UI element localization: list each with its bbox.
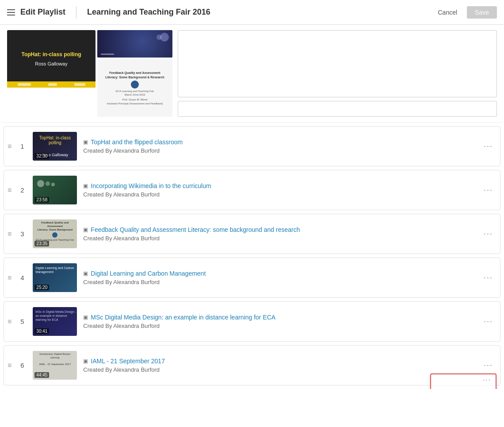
- video-type-icon-3: ▣: [83, 227, 88, 233]
- playlist-item: ≡ 2 23:58 ▣ Incorporating Wikimedia in t…: [4, 170, 500, 210]
- drag-handle-4[interactable]: ≡: [8, 274, 11, 282]
- drag-handle-3[interactable]: ≡: [8, 230, 11, 238]
- item-thumbnail-6: Introductory Digital Illusion tutoringIA…: [33, 351, 77, 380]
- preview-thumb-stack: Feedback Quality and AssessmentLiteracy:…: [97, 30, 172, 117]
- item-title-row-3: ▣ Feedback Quality and Assessment Litera…: [83, 226, 480, 233]
- item-more-button-3[interactable]: ···: [480, 227, 496, 240]
- item-more-button-5[interactable]: ···: [480, 315, 496, 328]
- playlist-item: ≡ 1 TopHat: in-class pollingRoss Gallowa…: [4, 126, 500, 166]
- item-title-link-4[interactable]: Digital Learning and Carbon Management: [91, 270, 206, 277]
- item-thumbnail-2: 23:58: [33, 176, 77, 204]
- item-duration-2: 23:58: [34, 197, 49, 203]
- playlist-item: ≡ 5 MSc in Digital Media Design -an exam…: [4, 301, 500, 342]
- item-number-2: 2: [17, 186, 27, 194]
- playlist-item: ≡ 3 Feedback Quality and AssessmentLiter…: [4, 214, 500, 254]
- context-menu: ··· Move to Bottom Move to Top Remove: [430, 373, 496, 389]
- save-button[interactable]: Save: [467, 6, 497, 19]
- thumb-ross-text: Ross Galloway: [35, 61, 67, 66]
- item-title-row-1: ▣ TopHat and the flipped classroom: [83, 138, 480, 146]
- item-duration-6: 44:45: [34, 372, 49, 378]
- item-thumbnail-5: MSc in Digital Media Design -an example …: [33, 307, 77, 336]
- item-info-3: ▣ Feedback Quality and Assessment Litera…: [83, 226, 480, 242]
- item-creator-3: Created By Alexandra Burford: [83, 235, 480, 242]
- item-thumbnail-3: Feedback Quality and AssessmentLiteracy:…: [33, 219, 77, 248]
- edit-playlist-title: Edit Playlist: [20, 8, 65, 17]
- item-title-row-6: ▣ IAML - 21 September 2017: [83, 358, 480, 365]
- playlist-name: Learning and Teaching Fair 2016: [87, 8, 210, 17]
- item-creator-2: Created By Alexandra Burford: [83, 191, 480, 198]
- title-input[interactable]: [178, 101, 497, 117]
- item-info-4: ▣ Digital Learning and Carbon Management…: [83, 270, 480, 285]
- item-more-button-4[interactable]: ···: [480, 271, 496, 284]
- item-creator-5: Created By Alexandra Burford: [83, 323, 480, 329]
- item-title-row-2: ▣ Incorporating Wikimedia in to the curr…: [83, 182, 480, 189]
- item-title-link-3[interactable]: Feedback Quality and Assessment Literacy…: [91, 226, 300, 233]
- item-duration-4: 25:20: [34, 285, 49, 290]
- video-type-icon-5: ▣: [83, 314, 88, 320]
- header-left: Edit Playlist Learning and Teaching Fair…: [7, 6, 210, 19]
- item-number-1: 1: [17, 142, 27, 150]
- item-duration-5: 30:41: [34, 328, 49, 334]
- item-creator-1: Created By Alexandra Burford: [83, 147, 480, 154]
- item-number-3: 3: [17, 230, 27, 238]
- item-duration-3: 23:35: [34, 241, 49, 246]
- playlist-list: ≡ 1 TopHat: in-class pollingRoss Gallowa…: [0, 126, 504, 385]
- item-info-1: ▣ TopHat and the flipped classroom Creat…: [83, 138, 480, 154]
- preview-thumb-small-paper: Feedback Quality and AssessmentLiteracy:…: [97, 59, 172, 117]
- item-info-6: ▣ IAML - 21 September 2017 Created By Al…: [83, 358, 480, 373]
- item-info-2: ▣ Incorporating Wikimedia in to the curr…: [83, 182, 480, 198]
- paper-thumb-content: Feedback Quality and AssessmentLiteracy:…: [103, 69, 166, 107]
- item-more-button-2[interactable]: ···: [480, 184, 496, 196]
- hamburger-icon[interactable]: [7, 9, 15, 15]
- video-type-icon-2: ▣: [83, 183, 88, 189]
- item-info-5: ▣ MSc Digital Media Design: an example i…: [83, 314, 480, 329]
- preview-thumbnails: TopHat: in-class polling Ross Galloway F…: [7, 30, 172, 117]
- video-type-icon-4: ▣: [83, 270, 88, 277]
- preview-forms: [178, 30, 497, 117]
- item-creator-4: Created By Alexandra Burford: [83, 279, 480, 285]
- item-title-link-1[interactable]: TopHat and the flipped classroom: [91, 138, 183, 146]
- header-actions: Cancel Save: [432, 6, 497, 19]
- item-title-link-2[interactable]: Incorporating Wikimedia in to the curric…: [91, 182, 211, 189]
- item-more-button-1[interactable]: ···: [480, 140, 496, 153]
- playlist-item: ≡ 6 Introductory Digital Illusion tutori…: [4, 345, 500, 385]
- header: Edit Playlist Learning and Teaching Fair…: [0, 0, 504, 25]
- cancel-button[interactable]: Cancel: [432, 6, 462, 19]
- item-creator-6: Created By Alexandra Burford: [83, 366, 480, 373]
- item-thumbnail-4: Digital Learning and CarbonManagement 25…: [33, 263, 77, 292]
- preview-area: TopHat: in-class polling Ross Galloway F…: [0, 25, 504, 123]
- item-number-6: 6: [17, 362, 27, 369]
- context-menu-dots: ···: [431, 374, 496, 385]
- video-type-icon-1: ▣: [83, 139, 88, 145]
- item-title-link-6[interactable]: IAML - 21 September 2017: [91, 358, 165, 365]
- header-divider: [76, 6, 76, 19]
- move-bottom-item[interactable]: Move to Bottom: [431, 385, 496, 389]
- drag-handle-2[interactable]: ≡: [8, 186, 11, 194]
- drag-handle-6[interactable]: ≡: [8, 362, 11, 369]
- drag-handle-5[interactable]: ≡: [8, 318, 11, 326]
- preview-thumb-large: TopHat: in-class polling Ross Galloway: [7, 30, 95, 88]
- description-textarea[interactable]: [178, 30, 497, 97]
- item-title-row-4: ▣ Digital Learning and Carbon Management: [83, 270, 480, 277]
- playlist-item: ≡ 4 Digital Learning and CarbonManagemen…: [4, 258, 500, 298]
- item-more-button-6[interactable]: ···: [480, 359, 496, 372]
- item-thumbnail-1: TopHat: in-class pollingRoss Galloway 32…: [33, 132, 77, 161]
- item-title-link-5[interactable]: MSc Digital Media Design: an example in …: [91, 314, 275, 321]
- item-duration-1: 32:30: [34, 153, 49, 159]
- drag-handle-1[interactable]: ≡: [8, 142, 11, 150]
- thumb-tophat-text: TopHat: in-class polling: [21, 51, 81, 58]
- item-number-4: 4: [17, 274, 27, 281]
- preview-thumb-small-top: [97, 30, 172, 58]
- item-number-5: 5: [17, 318, 27, 325]
- video-type-icon-6: ▣: [83, 358, 88, 364]
- item-title-row-5: ▣ MSc Digital Media Design: an example i…: [83, 314, 480, 321]
